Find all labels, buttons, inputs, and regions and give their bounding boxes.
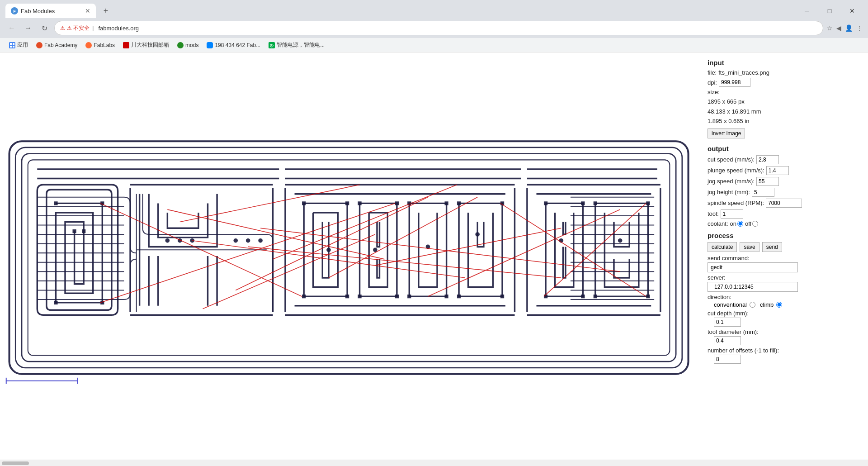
menu-icon[interactable]: ⋮ [856, 24, 863, 32]
num-offsets-input[interactable] [714, 355, 741, 364]
svg-rect-46 [345, 295, 349, 298]
dpi-label: dpi: [708, 79, 717, 86]
warning-icon: ⚠ [60, 25, 65, 31]
size-label: size: [708, 89, 720, 95]
profile-icon[interactable]: 👤 [845, 24, 853, 32]
jog-height-input[interactable] [752, 188, 774, 197]
bottom-scrollbar[interactable] [0, 460, 868, 466]
conventional-label: conventional [714, 301, 747, 308]
bookmark-chuan[interactable]: 川大科技园邮箱 [119, 39, 173, 51]
send-command-label: send command: [708, 255, 862, 262]
bookmark-power[interactable]: 智能电源，智能电... [265, 39, 328, 51]
jog-speed-input[interactable] [756, 177, 779, 186]
send-command-input[interactable] [708, 262, 798, 272]
msg-label: 198 434 642 Fab... [215, 42, 260, 48]
svg-rect-64 [646, 201, 650, 205]
svg-rect-47 [358, 201, 361, 205]
svg-rect-48 [395, 201, 399, 205]
output-section-title: output [708, 145, 862, 152]
svg-rect-37 [54, 201, 57, 205]
extension-icon[interactable]: ◀ [836, 24, 841, 32]
svg-rect-63 [594, 201, 597, 205]
send-button[interactable]: send [762, 242, 782, 252]
cut-speed-input[interactable] [756, 155, 779, 164]
chuan-favicon [123, 42, 129, 48]
svg-text:F: F [13, 9, 16, 14]
cut-depth-label: cut depth (mm): [708, 310, 862, 317]
svg-rect-54 [444, 295, 448, 298]
tab-title: Fab Modules [21, 8, 82, 14]
tab-close-button[interactable]: ✕ [85, 7, 90, 14]
coolant-off-label: off [745, 220, 751, 227]
cut-depth-input[interactable] [714, 318, 741, 327]
canvas-area[interactable] [0, 52, 701, 460]
spindle-speed-row: spindle speed (RPM): [708, 199, 862, 208]
size-px: 1895 x 665 px [708, 97, 862, 106]
title-bar: F Fab Modules ✕ + ─ □ ✕ [0, 0, 868, 18]
bookmark-star-icon[interactable]: ☆ [827, 24, 833, 32]
bookmark-fab-academy[interactable]: Fab Academy [33, 40, 81, 50]
active-tab[interactable]: F Fab Modules ✕ [5, 4, 96, 18]
coolant-off-radio[interactable] [752, 221, 758, 227]
tool-input[interactable] [721, 209, 743, 219]
size-mm: 48.133 x 16.891 mm [708, 107, 862, 116]
svg-rect-65 [594, 295, 597, 298]
address-bar-input[interactable]: ⚠ ⚠ 不安全 | fabmodules.org [54, 21, 823, 35]
power-label: 智能电源，智能电... [277, 41, 325, 49]
tool-label: tool: [708, 210, 719, 217]
pcb-canvas [0, 52, 701, 460]
back-button[interactable]: ← [5, 22, 18, 34]
plunge-speed-row: plunge speed (mm/s): [708, 166, 862, 175]
scrollbar-thumb[interactable] [2, 461, 29, 465]
num-offsets-label: number of offsets (-1 to fill): [708, 347, 862, 354]
cut-depth-block: cut depth (mm): [708, 310, 862, 327]
size-in: 1.895 x 0.665 in [708, 117, 862, 126]
minimize-button[interactable]: ─ [797, 4, 817, 18]
apps-favicon [9, 42, 15, 48]
dpi-input[interactable] [719, 78, 750, 87]
forward-button[interactable]: → [22, 22, 34, 34]
tool-diameter-block: tool diameter (mm): [708, 328, 862, 345]
file-field-row: file: fts_mini_traces.png [708, 69, 862, 76]
spindle-speed-label: spindle speed (RPM): [708, 200, 764, 206]
svg-rect-45 [302, 295, 306, 298]
coolant-on-radio[interactable] [737, 221, 743, 227]
bookmark-fablabs[interactable]: FabLabs [82, 40, 118, 50]
maximize-button[interactable]: □ [819, 4, 840, 18]
bookmark-msg[interactable]: 198 434 642 Fab... [203, 40, 264, 50]
svg-rect-58 [500, 295, 504, 298]
conventional-radio[interactable] [750, 302, 755, 308]
msg-favicon [207, 42, 213, 48]
fablabs-favicon [85, 42, 92, 48]
spindle-speed-input[interactable] [766, 199, 802, 208]
invert-image-button[interactable]: invert image [708, 128, 745, 138]
server-input[interactable] [708, 282, 798, 292]
process-section-title: process [708, 232, 862, 239]
input-section-title: input [708, 59, 862, 67]
size-display: size: 1895 x 665 px 48.133 x 16.891 mm 1… [708, 89, 862, 126]
mods-favicon [177, 42, 184, 48]
coolant-on-label: on [730, 220, 736, 227]
new-tab-button[interactable]: + [99, 5, 112, 17]
address-bar: ← → ↻ ⚠ ⚠ 不安全 | fabmodules.org ☆ ◀ 👤 ⋮ [0, 18, 868, 38]
climb-label: climb [760, 301, 774, 308]
plunge-speed-input[interactable] [766, 166, 789, 175]
jog-speed-row: jog speed (mm/s): [708, 177, 862, 186]
climb-radio[interactable] [776, 302, 782, 308]
process-buttons: calculate save send [708, 242, 862, 252]
bookmark-mods[interactable]: mods [174, 40, 202, 50]
bookmark-apps[interactable]: 应用 [5, 39, 32, 51]
save-button[interactable]: save [740, 242, 759, 252]
svg-rect-43 [302, 201, 306, 205]
sidebar-panel: input file: fts_mini_traces.png dpi: siz… [701, 52, 868, 460]
fab-academy-label: Fab Academy [44, 42, 77, 48]
tool-diameter-input[interactable] [714, 336, 741, 345]
calculate-button[interactable]: calculate [708, 242, 737, 252]
bookmarks-bar: 应用 Fab Academy FabLabs 川大科技园邮箱 mods 198 … [0, 38, 868, 52]
cut-speed-row: cut speed (mm/s): [708, 155, 862, 164]
jog-height-row: jog height (mm): [708, 188, 862, 197]
close-button[interactable]: ✕ [842, 4, 863, 18]
direction-label: direction: [708, 294, 862, 300]
svg-rect-52 [444, 201, 448, 205]
refresh-button[interactable]: ↻ [38, 22, 51, 34]
